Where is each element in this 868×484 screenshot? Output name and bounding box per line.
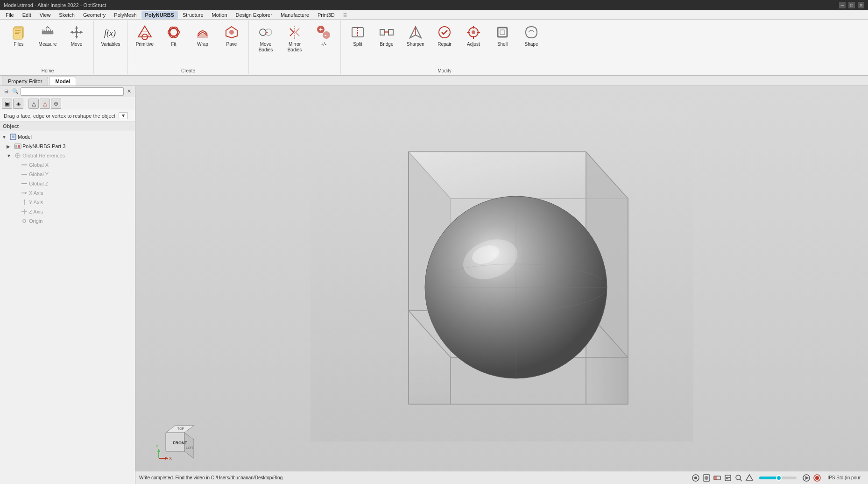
ribbon-sharpen-button[interactable]: Sharpen: [402, 21, 430, 50]
close-button[interactable]: ✕: [858, 2, 864, 8]
ribbon-move-button[interactable]: Move: [63, 21, 91, 50]
svg-text:-: -: [325, 31, 327, 39]
tree-toggle-globalx: [13, 163, 20, 168]
ribbon-adjust-button[interactable]: Adjust: [459, 21, 487, 50]
menu-designexplorer[interactable]: Design Explorer: [232, 11, 276, 19]
ribbon-movebodies-button[interactable]: Move Bodies: [252, 21, 280, 55]
ribbon-split-button[interactable]: Split: [344, 21, 372, 50]
ribbon-pave-button[interactable]: Pave: [218, 21, 246, 50]
svg-rect-62: [21, 183, 27, 184]
menu-view[interactable]: View: [36, 11, 55, 19]
svg-text:X: X: [169, 456, 172, 461]
menu-sketch[interactable]: Sketch: [55, 11, 78, 19]
variables-icon: f(x): [102, 24, 119, 41]
hint-dropdown[interactable]: ▼: [119, 112, 128, 119]
tree-toggle-model[interactable]: ▼: [2, 135, 8, 140]
maximize-button[interactable]: □: [848, 2, 855, 8]
tree-globalrefs[interactable]: ▼ Global References: [0, 151, 135, 160]
select-face-button[interactable]: ◈: [13, 99, 23, 109]
viewport-btn-6[interactable]: [745, 473, 754, 483]
svg-rect-122: [726, 477, 730, 478]
tree-origin[interactable]: Origin: [0, 216, 135, 226]
ribbon-shell-button[interactable]: Shell: [488, 21, 516, 50]
viewport-btn-5[interactable]: [734, 473, 743, 483]
toolbar-separator: [26, 100, 26, 108]
sharpen-icon: [407, 24, 424, 41]
timeline-slider[interactable]: [759, 477, 797, 479]
tree-toggle-polynurbs3[interactable]: ▶: [7, 144, 13, 149]
ribbon-plusminus-button[interactable]: + - +/-: [310, 21, 338, 50]
svg-rect-53: [12, 135, 14, 138]
viewport-btn-4[interactable]: [723, 473, 733, 483]
menu-polynurbs[interactable]: PolyNURBS: [141, 11, 178, 19]
menu-geometry[interactable]: Geometry: [79, 11, 109, 19]
select-vertex-button[interactable]: △: [40, 99, 50, 109]
select-loop-button[interactable]: ⊕: [51, 99, 61, 109]
menu-edit[interactable]: Edit: [19, 11, 35, 19]
panel-search-input[interactable]: [21, 87, 124, 96]
ribbon-repair-button[interactable]: Repair: [430, 21, 459, 50]
menu-manufacture[interactable]: Manufacture: [277, 11, 313, 19]
viewport-btn-3[interactable]: [713, 473, 722, 483]
ribbon-files-button[interactable]: Files: [5, 21, 33, 50]
svg-text:f(x): f(x): [104, 28, 116, 38]
tree-toggle-globaly: [13, 172, 20, 177]
menu-print3d[interactable]: Print3D: [314, 11, 339, 19]
select-all-button[interactable]: ▣: [2, 99, 12, 109]
menu-extra[interactable]: ≡: [339, 10, 351, 20]
ribbon-variables-button[interactable]: f(x) Variables: [97, 21, 125, 50]
menu-motion[interactable]: Motion: [208, 11, 231, 19]
timeline-thumb[interactable]: [776, 475, 782, 481]
ribbon-group-home-items: Files Measure: [5, 21, 91, 66]
viewport-btn-2[interactable]: [702, 473, 711, 483]
tree-yaxis[interactable]: Y Axis: [0, 198, 135, 207]
viewport[interactable]: FRONT LEFT TOP X Y Write completed. Find…: [135, 86, 868, 484]
shape-label: Shape: [525, 42, 538, 47]
tree-globalz[interactable]: Global Z: [0, 179, 135, 188]
tree-toggle-globalrefs[interactable]: ▼: [7, 153, 13, 158]
panel-search-button[interactable]: 🔍: [11, 87, 20, 96]
svg-rect-60: [21, 164, 27, 165]
split-label: Split: [353, 42, 362, 47]
orientation-cube[interactable]: FRONT LEFT TOP X Y: [154, 423, 191, 461]
tab-model[interactable]: Model: [49, 77, 76, 85]
ribbon-bridge-button[interactable]: Bridge: [373, 21, 401, 50]
tree-yaxis-label: Y Axis: [29, 199, 43, 205]
ribbon-group-create-items: Primitive Fit: [131, 21, 246, 66]
tree-globalx[interactable]: Global X: [0, 160, 135, 170]
menu-polymesh[interactable]: PolyMesh: [110, 11, 140, 19]
tree-xaxis[interactable]: X Axis: [0, 188, 135, 198]
ribbon-shape-button[interactable]: Shape: [517, 21, 545, 50]
globaly-icon: [21, 171, 28, 178]
svg-rect-5: [42, 31, 53, 34]
ribbon-mirrorbodies-button[interactable]: Mirror Bodies: [281, 21, 309, 55]
movebodies-label: Move Bodies: [253, 42, 278, 53]
tab-property-editor[interactable]: Property Editor: [2, 77, 48, 85]
panel-close-button[interactable]: ✕: [125, 87, 133, 96]
select-edge-button[interactable]: △: [28, 99, 39, 109]
tree-globaly[interactable]: Global Y: [0, 170, 135, 179]
ribbon-group-vars-items: f(x) Variables: [97, 21, 125, 66]
model-icon: [9, 133, 17, 141]
viewport-btn-1[interactable]: [691, 473, 700, 483]
svg-marker-126: [746, 475, 753, 480]
panel-collapse-button[interactable]: ⊟: [2, 87, 10, 96]
tree-model[interactable]: ▼ Model: [0, 132, 135, 142]
ribbon-primitive-button[interactable]: Primitive: [131, 21, 159, 50]
adjust-label: Adjust: [467, 42, 480, 47]
zaxis-icon: [21, 208, 28, 215]
files-icon: [10, 24, 27, 41]
ribbon-wrap-button[interactable]: Wrap: [189, 21, 217, 50]
tree-zaxis[interactable]: Z Axis: [0, 207, 135, 216]
viewport-btn-8[interactable]: [812, 473, 822, 483]
minimize-button[interactable]: ─: [839, 2, 846, 8]
titlebar-controls[interactable]: ─ □ ✕: [839, 2, 864, 8]
ribbon-fit-button[interactable]: Fit: [160, 21, 188, 50]
menu-structure[interactable]: Structure: [179, 11, 207, 19]
menu-file[interactable]: File: [2, 11, 18, 19]
svg-marker-104: [184, 433, 194, 458]
ribbon-measure-button[interactable]: Measure: [34, 21, 62, 50]
tree-polynurbs3[interactable]: ▶ PolyNURBS Part 3: [0, 142, 135, 151]
tree-model-label: Model: [18, 134, 32, 140]
viewport-btn-7[interactable]: [802, 473, 811, 483]
